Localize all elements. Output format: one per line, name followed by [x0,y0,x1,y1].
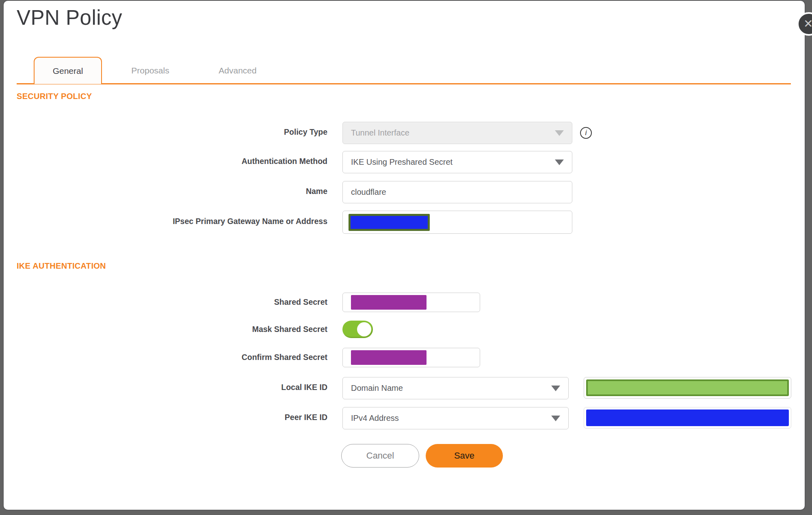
cancel-button[interactable]: Cancel [341,444,419,468]
peer-ike-id-value-input[interactable] [584,407,791,429]
section-security-policy: SECURITY POLICY [17,92,92,101]
tab-general-label: General [53,66,83,76]
authentication-method-select[interactable]: IKE Using Preshared Secret [342,151,572,173]
save-button[interactable]: Save [426,444,503,468]
local-ike-id-type: Domain Name [351,384,403,393]
save-label: Save [454,450,474,461]
confirm-shared-secret-redaction [351,350,427,365]
policy-type-value: Tunnel Interface [351,128,409,138]
policy-type-label: Policy Type [15,127,327,137]
gateway-label: IPsec Primary Gateway Name or Address [15,217,327,226]
tab-advanced-label: Advanced [219,66,256,75]
cancel-label: Cancel [366,450,394,461]
shared-secret-input[interactable] [342,293,480,312]
toggle-knob [357,322,371,336]
tab-proposals-label: Proposals [131,66,169,75]
chevron-down-icon [555,130,564,136]
local-ike-id-value-input[interactable] [584,377,791,399]
mask-shared-secret-label: Mask Shared Secret [15,325,327,334]
name-label: Name [15,187,327,196]
peer-ike-id-select[interactable]: IPv4 Address [342,407,569,429]
peer-ike-id-label: Peer IKE ID [15,413,327,422]
screen-backdrop: ✕ VPN Policy General Proposals Advanced … [0,0,812,515]
name-value: cloudflare [351,187,386,197]
local-ike-id-redaction [586,379,789,396]
chevron-down-icon [551,386,560,391]
confirm-shared-secret-label: Confirm Shared Secret [15,353,327,362]
peer-ike-id-type: IPv4 Address [351,414,399,423]
section-ike-authentication: IKE AUTHENTICATION [17,261,106,271]
tab-general[interactable]: General [34,57,102,84]
shared-secret-redaction [351,295,427,310]
local-ike-id-label: Local IKE ID [15,383,327,392]
policy-type-select: Tunnel Interface [342,122,572,144]
dialog-title: VPN Policy [17,6,122,30]
close-icon: ✕ [803,17,812,30]
local-ike-id-select[interactable]: Domain Name [342,377,569,399]
gateway-redaction [349,214,430,231]
peer-ike-id-redaction [586,409,789,426]
chevron-down-icon [551,416,560,421]
chevron-down-icon [555,159,564,165]
gateway-input[interactable] [342,211,572,234]
confirm-shared-secret-input[interactable] [342,348,480,367]
name-input[interactable]: cloudflare [342,181,572,203]
info-icon[interactable]: i [580,127,592,139]
authentication-method-value: IKE Using Preshared Secret [351,157,453,167]
mask-shared-secret-toggle[interactable] [342,321,373,338]
authentication-method-label: Authentication Method [15,157,327,166]
shared-secret-label: Shared Secret [15,297,327,307]
tab-advanced[interactable]: Advanced [197,57,278,84]
tab-proposals[interactable]: Proposals [110,57,191,84]
